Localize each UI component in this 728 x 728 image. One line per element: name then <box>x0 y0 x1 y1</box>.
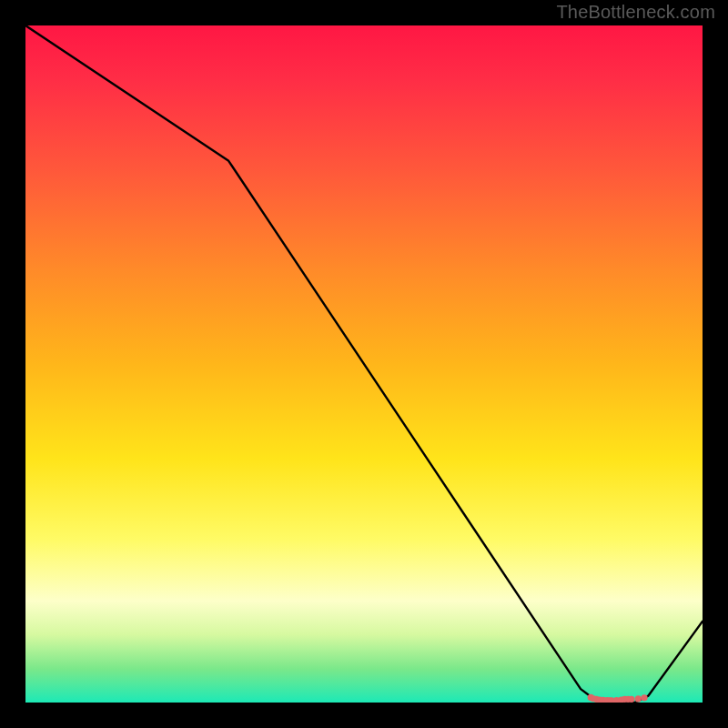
attribution-label: TheBottleneck.com <box>556 2 715 23</box>
marker-dot <box>628 696 634 703</box>
marker-dot <box>641 694 647 701</box>
marker-dot <box>635 695 642 702</box>
plot-area <box>25 25 703 703</box>
curve-polyline <box>25 25 703 703</box>
curve-line <box>25 25 703 703</box>
chart-overlay <box>25 25 703 703</box>
marker-dots <box>588 694 648 703</box>
chart-frame: TheBottleneck.com <box>0 0 728 728</box>
